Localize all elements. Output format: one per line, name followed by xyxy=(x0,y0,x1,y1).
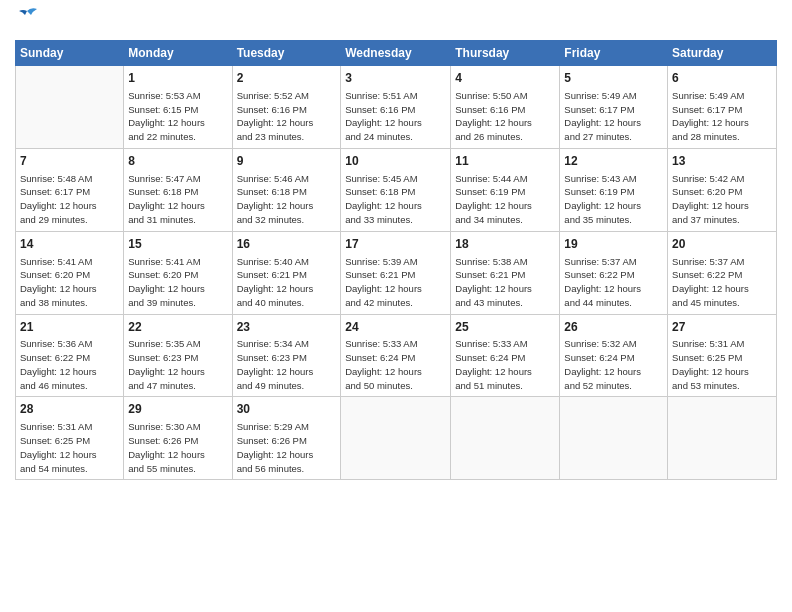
day-number: 30 xyxy=(237,401,337,418)
day-number: 22 xyxy=(128,319,227,336)
calendar-table: SundayMondayTuesdayWednesdayThursdayFrid… xyxy=(15,40,777,480)
day-info: Sunrise: 5:32 AM Sunset: 6:24 PM Dayligh… xyxy=(564,337,663,392)
day-info: Sunrise: 5:49 AM Sunset: 6:17 PM Dayligh… xyxy=(672,89,772,144)
day-info: Sunrise: 5:36 AM Sunset: 6:22 PM Dayligh… xyxy=(20,337,119,392)
week-row-3: 14Sunrise: 5:41 AM Sunset: 6:20 PM Dayli… xyxy=(16,231,777,314)
day-number: 18 xyxy=(455,236,555,253)
day-cell: 3Sunrise: 5:51 AM Sunset: 6:16 PM Daylig… xyxy=(341,66,451,149)
day-cell: 20Sunrise: 5:37 AM Sunset: 6:22 PM Dayli… xyxy=(668,231,777,314)
day-number: 9 xyxy=(237,153,337,170)
day-info: Sunrise: 5:50 AM Sunset: 6:16 PM Dayligh… xyxy=(455,89,555,144)
header-row: SundayMondayTuesdayWednesdayThursdayFrid… xyxy=(16,41,777,66)
logo xyxy=(15,10,39,32)
day-cell: 6Sunrise: 5:49 AM Sunset: 6:17 PM Daylig… xyxy=(668,66,777,149)
day-cell: 14Sunrise: 5:41 AM Sunset: 6:20 PM Dayli… xyxy=(16,231,124,314)
day-cell: 11Sunrise: 5:44 AM Sunset: 6:19 PM Dayli… xyxy=(451,148,560,231)
day-info: Sunrise: 5:37 AM Sunset: 6:22 PM Dayligh… xyxy=(564,255,663,310)
header-cell-thursday: Thursday xyxy=(451,41,560,66)
day-info: Sunrise: 5:40 AM Sunset: 6:21 PM Dayligh… xyxy=(237,255,337,310)
day-cell: 27Sunrise: 5:31 AM Sunset: 6:25 PM Dayli… xyxy=(668,314,777,397)
day-info: Sunrise: 5:41 AM Sunset: 6:20 PM Dayligh… xyxy=(20,255,119,310)
day-number: 27 xyxy=(672,319,772,336)
day-cell: 15Sunrise: 5:41 AM Sunset: 6:20 PM Dayli… xyxy=(124,231,232,314)
day-info: Sunrise: 5:48 AM Sunset: 6:17 PM Dayligh… xyxy=(20,172,119,227)
day-cell: 18Sunrise: 5:38 AM Sunset: 6:21 PM Dayli… xyxy=(451,231,560,314)
day-number: 3 xyxy=(345,70,446,87)
day-cell: 9Sunrise: 5:46 AM Sunset: 6:18 PM Daylig… xyxy=(232,148,341,231)
day-info: Sunrise: 5:46 AM Sunset: 6:18 PM Dayligh… xyxy=(237,172,337,227)
day-info: Sunrise: 5:29 AM Sunset: 6:26 PM Dayligh… xyxy=(237,420,337,475)
day-number: 10 xyxy=(345,153,446,170)
day-info: Sunrise: 5:42 AM Sunset: 6:20 PM Dayligh… xyxy=(672,172,772,227)
day-info: Sunrise: 5:37 AM Sunset: 6:22 PM Dayligh… xyxy=(672,255,772,310)
day-number: 1 xyxy=(128,70,227,87)
day-info: Sunrise: 5:45 AM Sunset: 6:18 PM Dayligh… xyxy=(345,172,446,227)
day-number: 4 xyxy=(455,70,555,87)
day-info: Sunrise: 5:44 AM Sunset: 6:19 PM Dayligh… xyxy=(455,172,555,227)
header-cell-saturday: Saturday xyxy=(668,41,777,66)
day-number: 15 xyxy=(128,236,227,253)
day-cell: 17Sunrise: 5:39 AM Sunset: 6:21 PM Dayli… xyxy=(341,231,451,314)
day-cell: 29Sunrise: 5:30 AM Sunset: 6:26 PM Dayli… xyxy=(124,397,232,480)
week-row-2: 7Sunrise: 5:48 AM Sunset: 6:17 PM Daylig… xyxy=(16,148,777,231)
day-info: Sunrise: 5:33 AM Sunset: 6:24 PM Dayligh… xyxy=(345,337,446,392)
day-cell: 19Sunrise: 5:37 AM Sunset: 6:22 PM Dayli… xyxy=(560,231,668,314)
day-cell: 1Sunrise: 5:53 AM Sunset: 6:15 PM Daylig… xyxy=(124,66,232,149)
calendar-header: SundayMondayTuesdayWednesdayThursdayFrid… xyxy=(16,41,777,66)
day-cell: 24Sunrise: 5:33 AM Sunset: 6:24 PM Dayli… xyxy=(341,314,451,397)
calendar-body: 1Sunrise: 5:53 AM Sunset: 6:15 PM Daylig… xyxy=(16,66,777,480)
header-cell-tuesday: Tuesday xyxy=(232,41,341,66)
day-info: Sunrise: 5:33 AM Sunset: 6:24 PM Dayligh… xyxy=(455,337,555,392)
day-cell: 10Sunrise: 5:45 AM Sunset: 6:18 PM Dayli… xyxy=(341,148,451,231)
day-number: 8 xyxy=(128,153,227,170)
day-info: Sunrise: 5:52 AM Sunset: 6:16 PM Dayligh… xyxy=(237,89,337,144)
day-cell: 13Sunrise: 5:42 AM Sunset: 6:20 PM Dayli… xyxy=(668,148,777,231)
day-cell: 2Sunrise: 5:52 AM Sunset: 6:16 PM Daylig… xyxy=(232,66,341,149)
day-cell xyxy=(560,397,668,480)
week-row-4: 21Sunrise: 5:36 AM Sunset: 6:22 PM Dayli… xyxy=(16,314,777,397)
day-number: 5 xyxy=(564,70,663,87)
day-cell: 26Sunrise: 5:32 AM Sunset: 6:24 PM Dayli… xyxy=(560,314,668,397)
day-cell xyxy=(451,397,560,480)
day-info: Sunrise: 5:51 AM Sunset: 6:16 PM Dayligh… xyxy=(345,89,446,144)
day-cell xyxy=(668,397,777,480)
header-cell-friday: Friday xyxy=(560,41,668,66)
day-cell: 4Sunrise: 5:50 AM Sunset: 6:16 PM Daylig… xyxy=(451,66,560,149)
day-number: 29 xyxy=(128,401,227,418)
day-number: 16 xyxy=(237,236,337,253)
day-info: Sunrise: 5:34 AM Sunset: 6:23 PM Dayligh… xyxy=(237,337,337,392)
day-cell: 21Sunrise: 5:36 AM Sunset: 6:22 PM Dayli… xyxy=(16,314,124,397)
week-row-5: 28Sunrise: 5:31 AM Sunset: 6:25 PM Dayli… xyxy=(16,397,777,480)
day-info: Sunrise: 5:31 AM Sunset: 6:25 PM Dayligh… xyxy=(672,337,772,392)
day-info: Sunrise: 5:38 AM Sunset: 6:21 PM Dayligh… xyxy=(455,255,555,310)
day-number: 6 xyxy=(672,70,772,87)
header-cell-sunday: Sunday xyxy=(16,41,124,66)
day-number: 11 xyxy=(455,153,555,170)
day-info: Sunrise: 5:41 AM Sunset: 6:20 PM Dayligh… xyxy=(128,255,227,310)
day-number: 24 xyxy=(345,319,446,336)
day-cell: 30Sunrise: 5:29 AM Sunset: 6:26 PM Dayli… xyxy=(232,397,341,480)
day-number: 28 xyxy=(20,401,119,418)
day-number: 7 xyxy=(20,153,119,170)
day-info: Sunrise: 5:53 AM Sunset: 6:15 PM Dayligh… xyxy=(128,89,227,144)
day-cell: 12Sunrise: 5:43 AM Sunset: 6:19 PM Dayli… xyxy=(560,148,668,231)
day-number: 2 xyxy=(237,70,337,87)
day-info: Sunrise: 5:35 AM Sunset: 6:23 PM Dayligh… xyxy=(128,337,227,392)
day-cell xyxy=(16,66,124,149)
day-cell: 8Sunrise: 5:47 AM Sunset: 6:18 PM Daylig… xyxy=(124,148,232,231)
header-cell-monday: Monday xyxy=(124,41,232,66)
day-number: 21 xyxy=(20,319,119,336)
day-number: 19 xyxy=(564,236,663,253)
bird-icon xyxy=(17,7,39,25)
day-number: 14 xyxy=(20,236,119,253)
day-cell: 7Sunrise: 5:48 AM Sunset: 6:17 PM Daylig… xyxy=(16,148,124,231)
day-cell: 23Sunrise: 5:34 AM Sunset: 6:23 PM Dayli… xyxy=(232,314,341,397)
day-number: 13 xyxy=(672,153,772,170)
day-cell: 25Sunrise: 5:33 AM Sunset: 6:24 PM Dayli… xyxy=(451,314,560,397)
day-info: Sunrise: 5:30 AM Sunset: 6:26 PM Dayligh… xyxy=(128,420,227,475)
day-info: Sunrise: 5:31 AM Sunset: 6:25 PM Dayligh… xyxy=(20,420,119,475)
page-header xyxy=(15,10,777,32)
day-info: Sunrise: 5:39 AM Sunset: 6:21 PM Dayligh… xyxy=(345,255,446,310)
day-cell: 16Sunrise: 5:40 AM Sunset: 6:21 PM Dayli… xyxy=(232,231,341,314)
day-info: Sunrise: 5:49 AM Sunset: 6:17 PM Dayligh… xyxy=(564,89,663,144)
